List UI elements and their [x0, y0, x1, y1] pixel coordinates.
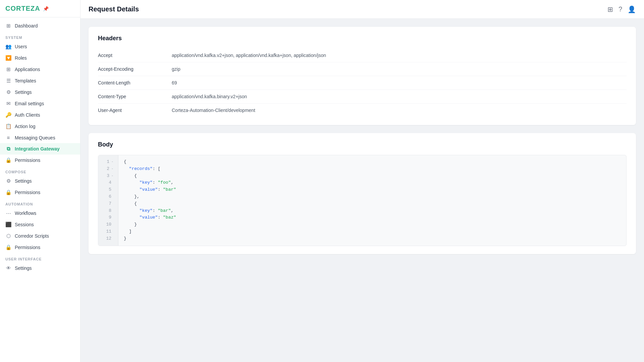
sidebar-item-templates[interactable]: ☰ Templates: [0, 75, 80, 86]
section-ui: USER INTERFACE: [0, 253, 80, 262]
line-number: 4: [102, 179, 115, 186]
sidebar-item-label: Permissions: [15, 190, 40, 195]
header-key: Accept: [98, 53, 165, 58]
email-icon: ✉: [5, 101, 11, 107]
sidebar-item-workflows[interactable]: ⋯ Workflows: [0, 207, 80, 219]
body-card: Body 1-2-3-4 5 6 7 8 9 10 11 12 { "recor…: [89, 133, 636, 254]
sidebar-item-applications[interactable]: ⊞ Applications: [0, 64, 80, 75]
sidebar-item-roles[interactable]: 🔽 Roles: [0, 52, 80, 64]
log-icon: 📋: [5, 123, 11, 129]
grid-icon[interactable]: ⊞: [607, 5, 613, 13]
auth-icon: 🔑: [5, 112, 11, 118]
sidebar-item-label: Settings: [15, 89, 32, 95]
line-number: 3-: [102, 173, 115, 180]
headers-card: Headers Accept application/vnd.kafka.v2+…: [89, 27, 636, 125]
content: Headers Accept application/vnd.kafka.v2+…: [80, 19, 644, 362]
sidebar-item-auth-clients[interactable]: 🔑 Auth Clients: [0, 109, 80, 121]
header-key: Content-Length: [98, 80, 165, 85]
header-row: User-Agent Corteza-Automation-Client/dev…: [98, 104, 627, 117]
logo-text: CORTEZA: [5, 5, 40, 12]
header-value: application/vnd.kafka.binary.v2+json: [172, 94, 247, 99]
sidebar-item-settings[interactable]: ⚙ Settings: [0, 86, 80, 98]
code-editor[interactable]: 1-2-3-4 5 6 7 8 9 10 11 12 { "records": …: [98, 155, 627, 246]
header-key: User-Agent: [98, 108, 165, 113]
lock-automation-icon: 🔒: [5, 244, 11, 250]
body-title: Body: [98, 141, 627, 148]
sidebar-item-permissions-system[interactable]: 🔒 Permissions: [0, 155, 80, 166]
line-number: 9: [102, 214, 115, 221]
sidebar-item-users[interactable]: 👥 Users: [0, 41, 80, 52]
line-number: 7: [102, 200, 115, 207]
sidebar-item-label: Roles: [15, 55, 27, 61]
headers-table: Accept application/vnd.kafka.v2+json, ap…: [98, 49, 627, 117]
sidebar-nav: ⊞ Dashboard SYSTEM 👥 Users 🔽 Roles ⊞ App…: [0, 17, 80, 362]
header-row: Accept-Encoding gzip: [98, 62, 627, 76]
header-key: Content-Type: [98, 94, 165, 99]
sidebar-item-settings-compose[interactable]: ⚙ Settings: [0, 175, 80, 187]
section-automation: AUTOMATION: [0, 198, 80, 207]
section-compose: COMPOSE: [0, 166, 80, 175]
sidebar-item-integration-gateway[interactable]: ⧉ Integration Gateway: [0, 143, 80, 155]
line-number: 5: [102, 186, 115, 193]
lock-icon: 🔒: [5, 157, 11, 163]
sidebar-item-label: Applications: [15, 67, 40, 72]
line-number: 6: [102, 193, 115, 200]
queue-icon: ≡: [5, 135, 11, 140]
script-icon: ⬡: [5, 233, 11, 239]
users-icon: 👥: [5, 44, 11, 50]
sidebar-item-label: Corredor Scripts: [15, 233, 49, 239]
sidebar-item-label: Settings: [15, 178, 32, 184]
session-icon: ⬛: [5, 222, 11, 228]
code-content: { "records": [ { "key": "foo", "value": …: [118, 155, 626, 246]
sidebar-item-label: Action log: [15, 124, 35, 129]
sidebar-item-label: Workflows: [15, 210, 36, 216]
settings-compose-icon: ⚙: [5, 178, 11, 184]
gateway-icon: ⧉: [5, 146, 11, 152]
header-row: Accept application/vnd.kafka.v2+json, ap…: [98, 49, 627, 62]
line-numbers: 1-2-3-4 5 6 7 8 9 10 11 12: [98, 155, 118, 246]
roles-icon: 🔽: [5, 55, 11, 61]
sidebar-item-dashboard[interactable]: ⊞ Dashboard: [0, 20, 80, 32]
sidebar-item-permissions-automation[interactable]: 🔒 Permissions: [0, 242, 80, 253]
sidebar-item-label: Templates: [15, 78, 36, 83]
sidebar-item-label: Dashboard: [15, 23, 38, 28]
line-number: 12: [102, 235, 115, 242]
section-system: SYSTEM: [0, 32, 80, 41]
sidebar-item-label: Integration Gateway: [15, 146, 60, 152]
sidebar-item-label: Email settings: [15, 101, 44, 106]
sidebar-item-action-log[interactable]: 📋 Action log: [0, 121, 80, 132]
line-number: 10: [102, 221, 115, 228]
sidebar-item-email-settings[interactable]: ✉ Email settings: [0, 98, 80, 109]
sidebar-item-label: Users: [15, 44, 27, 49]
line-number: 1-: [102, 159, 115, 166]
headers-title: Headers: [98, 35, 627, 42]
sidebar-item-label: Sessions: [15, 222, 34, 227]
apps-icon: ⊞: [5, 66, 11, 72]
lock-compose-icon: 🔒: [5, 189, 11, 195]
sidebar-item-label: Auth Clients: [15, 112, 40, 118]
sidebar-item-label: Permissions: [15, 245, 40, 250]
header-value: 69: [172, 80, 177, 85]
sidebar: CORTEZA 📌 ⊞ Dashboard SYSTEM 👥 Users 🔽 R…: [0, 0, 80, 362]
main: Request Details ⊞ ? 👤 Headers Accept app…: [80, 0, 644, 362]
sidebar-item-messaging-queues[interactable]: ≡ Messaging Queues: [0, 132, 80, 143]
sidebar-item-label: Messaging Queues: [15, 135, 55, 140]
workflow-icon: ⋯: [5, 210, 11, 216]
header-key: Accept-Encoding: [98, 66, 165, 72]
settings-icon: ⚙: [5, 89, 11, 95]
logo: CORTEZA 📌: [0, 0, 80, 17]
dashboard-icon: ⊞: [5, 23, 11, 29]
sidebar-item-corredor-scripts[interactable]: ⬡ Corredor Scripts: [0, 230, 80, 242]
header-value: gzip: [172, 66, 180, 72]
header-row: Content-Type application/vnd.kafka.binar…: [98, 90, 627, 104]
line-number: 11: [102, 228, 115, 235]
logo-pin: 📌: [43, 6, 49, 11]
sidebar-item-sessions[interactable]: ⬛ Sessions: [0, 219, 80, 230]
help-icon[interactable]: ?: [619, 5, 622, 13]
header-value: application/vnd.kafka.v2+json, applicati…: [172, 53, 326, 58]
sidebar-item-label: Settings: [15, 265, 32, 271]
topbar: Request Details ⊞ ? 👤: [80, 0, 644, 19]
user-icon[interactable]: 👤: [628, 5, 636, 13]
sidebar-item-settings-ui[interactable]: 👁 Settings: [0, 262, 80, 274]
sidebar-item-permissions-compose[interactable]: 🔒 Permissions: [0, 187, 80, 198]
